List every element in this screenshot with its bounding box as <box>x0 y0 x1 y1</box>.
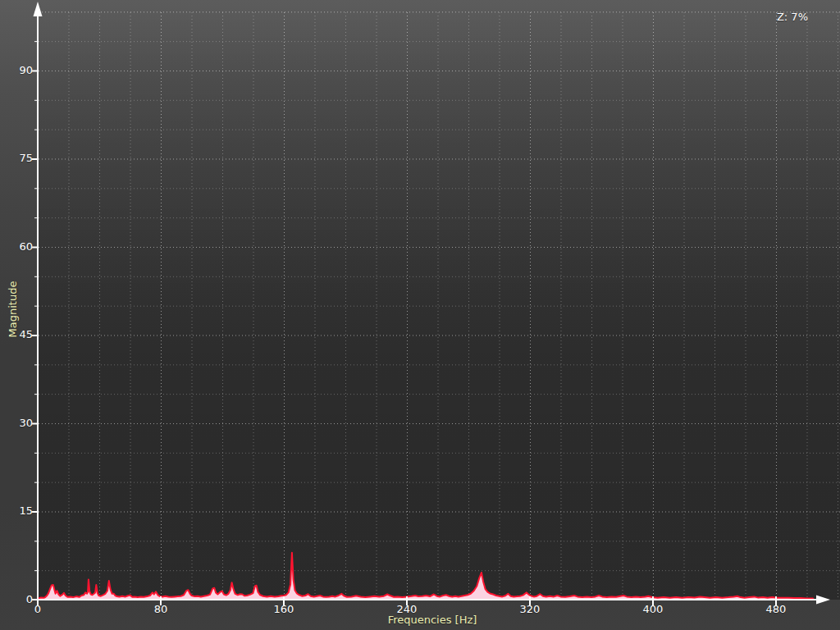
x-tick-label: 400 <box>635 603 671 616</box>
y-tick-label: 30 <box>2 417 33 430</box>
y-tick-label: 15 <box>2 504 33 518</box>
x-tick-label: 320 <box>512 603 548 616</box>
spectrum-analyzer-chart: 0153045607590 080160240320400480 Magnitu… <box>0 0 840 630</box>
y-axis-arrow-icon <box>34 2 43 16</box>
y-tick-label: 75 <box>2 152 33 165</box>
x-tick-label: 0 <box>20 603 56 616</box>
y-axis-title: Magnitude <box>7 281 19 338</box>
chart-canvas[interactable] <box>0 0 840 630</box>
x-axis-title: Frequencies [Hz] <box>388 614 477 626</box>
y-tick-label: 90 <box>2 64 33 77</box>
trace-fill <box>38 553 813 600</box>
x-tick-label: 80 <box>143 603 179 616</box>
x-tick-label: 160 <box>266 603 302 616</box>
y-tick-label: 60 <box>2 240 33 253</box>
zoom-indicator: Z: 7% <box>777 11 808 23</box>
x-tick-label: 480 <box>758 603 794 616</box>
trace-line <box>38 553 813 599</box>
x-axis-arrow-icon <box>816 596 830 605</box>
